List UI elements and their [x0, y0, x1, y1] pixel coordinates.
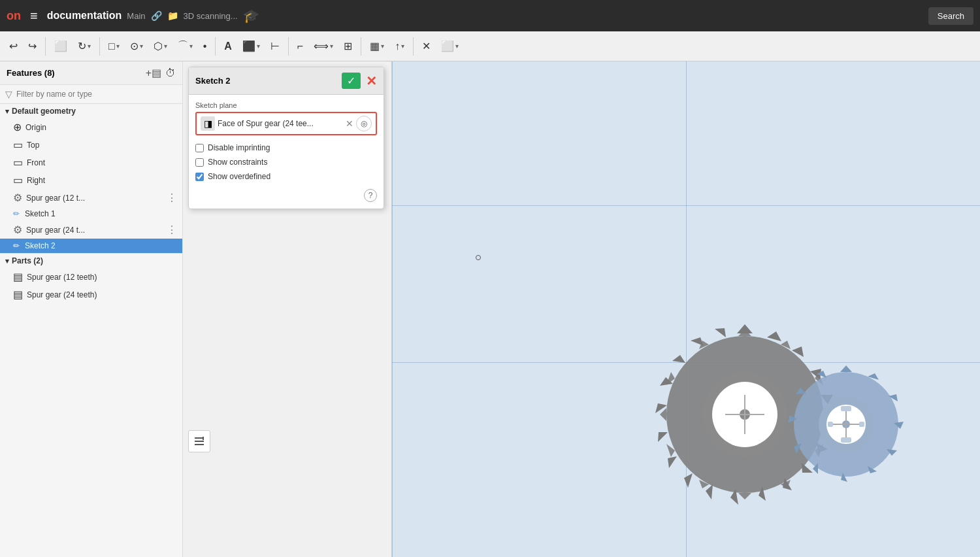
show-overdefined-label: Show overdefined — [208, 172, 270, 181]
redo-button[interactable]: ↪ — [24, 37, 41, 55]
viewport[interactable]: Sketch 2 ✓ ✕ Sketch plane ◨ Face of Spur… — [183, 61, 980, 557]
plane-icon-front: ▭ — [13, 156, 23, 169]
show-constraints-checkbox[interactable] — [195, 158, 204, 167]
svg-rect-18 — [828, 422, 833, 427]
part-name-spur-24: Spur gear (24 teeth) — [27, 290, 177, 299]
pattern-button[interactable]: ⊞ — [340, 37, 356, 55]
view-rotate-button[interactable]: ↻▾ — [74, 37, 95, 55]
import-dxf-button[interactable]: ↑▾ — [391, 38, 408, 55]
feature-item-right[interactable]: ▭ Right — [0, 171, 182, 189]
svg-rect-2 — [195, 444, 204, 445]
add-feature-button[interactable]: +▤ — [146, 67, 161, 79]
left-panel: Features (8) +▤ ⏱ ▽ ▾ Default geometry ⊕… — [0, 61, 183, 557]
sketch-plane-field: ◨ Face of Spur gear (24 tee... ✕ ◎ — [195, 112, 377, 135]
feature-name-top: Top — [27, 141, 177, 150]
constraint-button[interactable]: ⊢ — [267, 37, 284, 55]
gears-illustration — [653, 300, 928, 531]
svg-rect-16 — [841, 406, 851, 411]
doc-title: documentation — [47, 10, 122, 22]
parts-section-header[interactable]: ▾ Parts (2) — [0, 254, 182, 268]
part-icon-spur-24: ▤ — [13, 288, 23, 301]
feature-name-spur-gear-24: Spur gear (24 t... — [26, 226, 163, 235]
trim-button[interactable]: ⌐ — [293, 38, 307, 55]
list-toggle-button[interactable] — [188, 430, 210, 452]
toolbar-separator-5 — [361, 37, 361, 56]
parts-chevron-icon: ▾ — [5, 257, 9, 265]
feature-item-spur-gear-12[interactable]: ⚙ Spur gear (12 t... ⋮ — [0, 189, 182, 207]
plane-face-icon: ◨ — [201, 116, 215, 131]
toolbar-separator-4 — [288, 37, 289, 56]
history-button[interactable]: ⏱ — [165, 67, 176, 79]
parts-label: Parts (2) — [12, 256, 43, 265]
help-icon[interactable]: ? — [364, 189, 377, 202]
text-button[interactable]: A — [220, 38, 236, 55]
copy-button[interactable]: ⬜ — [50, 37, 71, 55]
toolbar: ↩ ↪ ⬜ ↻▾ □▾ ⊙▾ ⬡▾ ⌒▾ • A ⬛▾ ⊢ ⌐ ⟺▾ ⊞ ▦▾ … — [0, 31, 980, 61]
dialog-cancel-button[interactable]: ✕ — [366, 75, 377, 88]
select-rect-button[interactable]: □▾ — [105, 38, 123, 55]
show-overdefined-checkbox[interactable] — [195, 173, 204, 181]
filter-input[interactable] — [16, 90, 177, 99]
origin-icon: ⊕ — [13, 121, 22, 133]
feature-item-front[interactable]: ▭ Front — [0, 154, 182, 171]
part-item-spur-24[interactable]: ▤ Spur gear (24 teeth) — [0, 286, 182, 303]
sketch-plane-label: Sketch plane — [195, 101, 377, 109]
point-button[interactable]: • — [199, 38, 211, 55]
folder-icon: 📁 — [167, 10, 178, 21]
disable-imprinting-checkbox[interactable] — [195, 144, 204, 152]
feature-item-sketch-1[interactable]: ✏ Sketch 1 — [0, 207, 182, 221]
education-icon: 🎓 — [243, 8, 259, 24]
feature-item-top[interactable]: ▭ Top — [0, 136, 182, 154]
undo-button[interactable]: ↩ — [5, 37, 22, 55]
feature-item-spur-gear-24[interactable]: ⚙ Spur gear (24 t... ⋮ — [0, 221, 182, 239]
sketch-circle-button[interactable]: ⊙▾ — [126, 37, 147, 55]
gear-icon-12: ⚙ — [13, 192, 22, 204]
filter-row: ▽ — [0, 85, 182, 104]
list-icon — [193, 435, 205, 447]
feature-name-sketch-2: Sketch 2 — [25, 241, 177, 250]
feature-name-spur-gear-12: Spur gear (12 t... — [26, 194, 163, 203]
part-name-spur-12: Spur gear (12 teeth) — [27, 273, 177, 282]
sketch-plane-clear-button[interactable]: ✕ — [346, 118, 353, 129]
feature-item-origin[interactable]: ⊕ Origin — [0, 118, 182, 136]
disable-imprinting-row: Disable imprinting — [195, 143, 377, 152]
dialog-body: Sketch plane ◨ Face of Spur gear (24 tee… — [189, 95, 384, 209]
line-button[interactable]: ⌒▾ — [174, 37, 197, 56]
folder-path: 3D scanning... — [184, 11, 238, 21]
gear-icon-24: ⚙ — [13, 224, 22, 236]
feature-name-origin: Origin — [25, 123, 177, 132]
feature-list: ▾ Default geometry ⊕ Origin ▭ Top ▭ Fron… — [0, 104, 182, 557]
svg-rect-3 — [203, 437, 204, 440]
feature-item-sketch-2[interactable]: ✏ Sketch 2 — [0, 239, 182, 253]
top-bar: on ≡ documentation Main 🔗 📁 3D scanning.… — [0, 0, 980, 31]
features-header: Features (8) +▤ ⏱ — [0, 61, 182, 85]
polygon-button[interactable]: ⬡▾ — [150, 37, 171, 55]
dialog-help: ? — [195, 186, 377, 202]
toolbar-separator-1 — [45, 37, 46, 56]
toolbar-separator-2 — [99, 37, 100, 56]
measure-button[interactable]: ✕ — [418, 37, 434, 55]
view-grid-button[interactable]: ▦▾ — [366, 37, 388, 55]
feature-name-sketch-1: Sketch 1 — [25, 209, 177, 218]
gear-24-more-icon[interactable]: ⋮ — [167, 224, 177, 236]
show-overdefined-row: Show overdefined — [195, 172, 377, 181]
pencil-icon-sketch-1: ✏ — [13, 209, 20, 218]
svg-rect-1 — [195, 441, 204, 442]
mirror-button[interactable]: ⟺▾ — [310, 37, 337, 55]
part-item-spur-12[interactable]: ▤ Spur gear (12 teeth) — [0, 268, 182, 286]
disable-imprinting-label: Disable imprinting — [208, 143, 270, 152]
transform-button[interactable]: ⬛▾ — [238, 37, 264, 55]
search-button[interactable]: Search — [928, 7, 973, 25]
menu-button[interactable]: ≡ — [26, 6, 42, 26]
parts-section: ▾ Parts (2) ▤ Spur gear (12 teeth) ▤ Spu… — [0, 253, 182, 303]
sketch-dialog: Sketch 2 ✓ ✕ Sketch plane ◨ Face of Spur… — [188, 67, 384, 209]
more-button[interactable]: ⬜▾ — [437, 37, 463, 55]
dialog-confirm-button[interactable]: ✓ — [342, 73, 361, 89]
logo: on — [7, 9, 21, 23]
branch-label: Main — [127, 11, 145, 21]
plane-selector-button[interactable]: ◎ — [356, 116, 372, 131]
gear-12-more-icon[interactable]: ⋮ — [167, 192, 177, 204]
gears-svg — [653, 300, 928, 529]
default-geometry-section[interactable]: ▾ Default geometry — [0, 104, 182, 118]
show-constraints-label: Show constraints — [208, 158, 267, 167]
